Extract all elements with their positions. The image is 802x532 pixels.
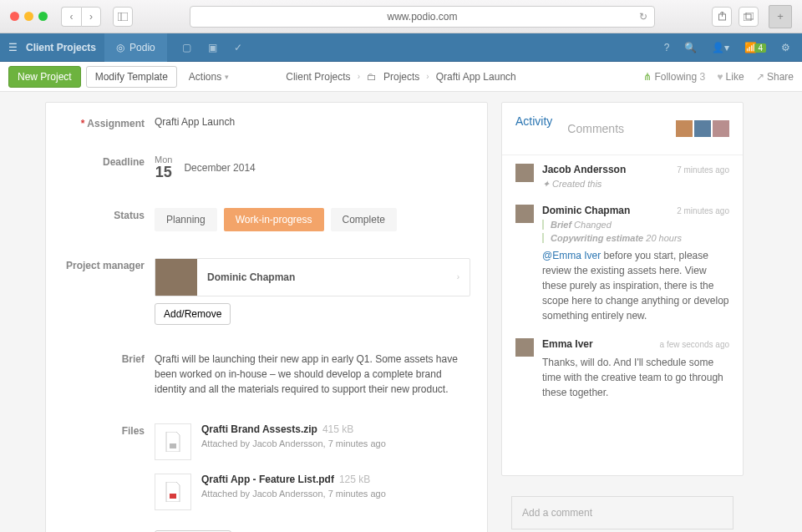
- sidebar-toggle-icon[interactable]: [113, 7, 133, 27]
- activity-entry: Emma Ivera few seconds agoThanks, will d…: [515, 338, 729, 400]
- activity-author[interactable]: Dominic Chapman: [542, 205, 630, 216]
- activity-message: Thanks, will do. And I'll schedule some …: [542, 355, 729, 400]
- apps-icon[interactable]: ⚙: [781, 42, 790, 53]
- avatar[interactable]: [515, 164, 534, 182]
- breadcrumb: Client Projects › 🗀 Projects › Qrafti Ap…: [286, 71, 516, 83]
- app-tab-icons: ▢ ▣ ✓: [167, 42, 242, 53]
- deadline-value[interactable]: Mon 15 December 2014: [155, 141, 487, 195]
- avatar[interactable]: [515, 205, 534, 223]
- folder-icon: 🗀: [367, 71, 377, 83]
- activity-author[interactable]: Jacob Andersson: [542, 164, 626, 175]
- nav-icon-1[interactable]: ▢: [182, 42, 191, 53]
- brand-tab[interactable]: ◎ Podio: [104, 33, 167, 62]
- nav-icon-3[interactable]: ✓: [234, 42, 242, 53]
- activity-author[interactable]: Emma Iver: [542, 338, 593, 350]
- zip-icon: [155, 423, 191, 460]
- pm-contact[interactable]: Dominic Chapman ›: [155, 258, 470, 296]
- nav-icon-2[interactable]: ▣: [208, 42, 217, 53]
- pdf-icon: [155, 474, 191, 510]
- url-bar[interactable]: www.podio.com ↻: [190, 6, 655, 28]
- svg-rect-5: [170, 443, 176, 448]
- browser-chrome: ‹ › www.podio.com ↻ +: [0, 0, 802, 33]
- chevron-down-icon: ▾: [225, 73, 229, 81]
- menu-icon[interactable]: ☰: [8, 42, 18, 53]
- actions-dropdown[interactable]: Actions ▾: [189, 71, 229, 83]
- crumb-workspace[interactable]: Client Projects: [286, 71, 350, 83]
- maximize-window[interactable]: [38, 12, 48, 21]
- label-status: Status: [46, 195, 155, 245]
- forward-button[interactable]: ›: [81, 7, 101, 27]
- item-form: * Assignment Qrafti App Launch Deadline …: [45, 102, 488, 532]
- user-menu-icon[interactable]: 👤▾: [712, 42, 729, 53]
- crumb-app[interactable]: Projects: [383, 71, 419, 83]
- status-option-complete[interactable]: Complete: [331, 208, 397, 231]
- share-icon[interactable]: [712, 7, 732, 27]
- window-controls: [10, 12, 48, 21]
- brand-label: Podio: [129, 42, 155, 53]
- chevron-right-icon: ›: [457, 272, 459, 281]
- avatar[interactable]: [676, 120, 693, 137]
- avatar[interactable]: [713, 120, 729, 137]
- files-list: Qrafti Brand Assests.zip415 kBAttached b…: [155, 410, 487, 532]
- mention[interactable]: @Emma Iver: [542, 250, 601, 261]
- activity-time: a few seconds ago: [660, 340, 729, 349]
- comment-input[interactable]: Add a comment: [511, 496, 733, 529]
- nav-arrows: ‹ ›: [61, 7, 101, 27]
- crumb-item: Qrafti App Launch: [436, 71, 516, 83]
- label-pm: Project manager: [46, 245, 155, 338]
- tab-comments[interactable]: Comments: [567, 122, 624, 135]
- search-icon[interactable]: 🔍: [684, 42, 697, 53]
- browser-actions: [712, 7, 759, 27]
- new-project-button[interactable]: New Project: [8, 66, 81, 88]
- minimize-window[interactable]: [24, 12, 33, 21]
- workspace-name[interactable]: Client Projects: [26, 42, 96, 53]
- file-item[interactable]: Qrafti Brand Assests.zip415 kBAttached b…: [155, 423, 470, 460]
- reload-icon[interactable]: ↻: [639, 11, 647, 23]
- activity-time: 7 minutes ago: [677, 165, 729, 175]
- label-deadline: Deadline: [46, 141, 155, 195]
- add-remove-button[interactable]: Add/Remove: [155, 303, 231, 325]
- like-button[interactable]: ♥ Like: [717, 71, 744, 83]
- activity-time: 2 minutes ago: [677, 206, 729, 215]
- assignment-value[interactable]: Qrafti App Launch: [155, 103, 487, 141]
- avatar[interactable]: [694, 120, 711, 137]
- close-window[interactable]: [10, 12, 19, 21]
- comment-placeholder: Add a comment: [522, 507, 592, 519]
- toolbar: New Project Modify Template Actions ▾ Cl…: [0, 62, 802, 92]
- url-text: www.podio.com: [387, 11, 457, 23]
- share-button[interactable]: ↗ Share: [756, 71, 794, 83]
- svg-rect-6: [170, 494, 176, 499]
- activity-panel: Activity Comments Jacob Andersson7 minut…: [501, 102, 744, 476]
- podio-icon: ◎: [116, 42, 124, 53]
- activity-message: @Emma Iver before you start, please revi…: [542, 248, 729, 323]
- tab-activity[interactable]: Activity: [515, 114, 552, 128]
- help-icon[interactable]: ?: [664, 42, 670, 53]
- brief-text[interactable]: Qrafti will be launching their new app i…: [155, 338, 487, 410]
- tabs-icon[interactable]: [739, 7, 759, 27]
- participant-avatars: [676, 120, 729, 137]
- svg-rect-4: [746, 13, 754, 19]
- svg-rect-3: [744, 14, 751, 21]
- file-item[interactable]: Qrafti App - Feature List.pdf125 kBAttac…: [155, 474, 470, 510]
- back-button[interactable]: ‹: [61, 7, 81, 27]
- new-tab-button[interactable]: +: [769, 5, 792, 28]
- status-option-work-in-progress[interactable]: Work-in-progress: [224, 208, 324, 231]
- app-bar: ☰ Client Projects ◎ Podio ▢ ▣ ✓ ? 🔍 👤▾ 📶…: [0, 33, 802, 62]
- modify-template-button[interactable]: Modify Template: [86, 66, 177, 88]
- pm-name: Dominic Chapman: [207, 271, 447, 283]
- status-selector: PlanningWork-in-progressComplete: [155, 195, 487, 245]
- activity-entry: Dominic Chapman2 minutes agoBrief Change…: [515, 205, 729, 323]
- status-option-planning[interactable]: Planning: [155, 208, 217, 231]
- label-assignment: * Assignment: [46, 103, 155, 141]
- svg-rect-0: [118, 13, 128, 21]
- page-content: * Assignment Qrafti App Launch Deadline …: [0, 92, 802, 532]
- following-toggle[interactable]: ⋔ Following 3: [643, 71, 705, 83]
- label-files: Files: [46, 410, 155, 532]
- notifications-icon[interactable]: 📶4: [744, 42, 766, 53]
- activity-entry: Jacob Andersson7 minutes ago✦ Created th…: [515, 164, 729, 190]
- label-brief: Brief: [46, 338, 155, 410]
- avatar[interactable]: [515, 338, 534, 357]
- pm-avatar: [155, 259, 197, 296]
